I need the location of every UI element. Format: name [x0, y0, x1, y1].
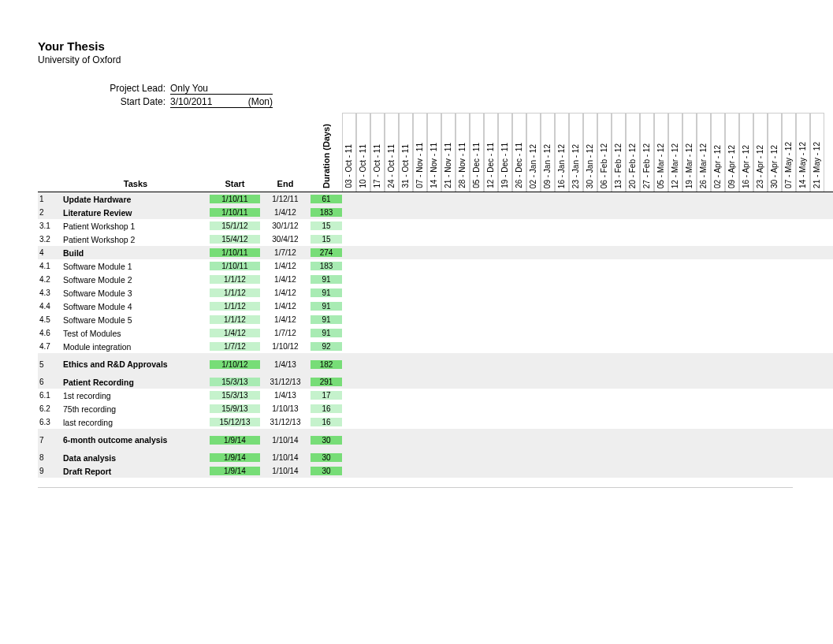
row-number: 3.1: [38, 221, 61, 230]
duration: 30: [311, 436, 342, 445]
date-column: 21 - May - 12: [810, 113, 824, 192]
task-name: Build: [61, 248, 210, 258]
task-row: 4.7Module integration1/7/121/10/1292: [38, 340, 833, 353]
end-date: 1/7/12: [260, 248, 311, 257]
date-column: 12 - Dec - 11: [484, 113, 498, 192]
task-row: 4.5Software Module 51/1/121/4/1291: [38, 313, 833, 326]
end-date: 1/4/12: [260, 208, 311, 217]
lead-label: Project Lead:: [38, 83, 170, 95]
date-column: 16 - Apr - 12: [739, 113, 753, 192]
start-date: 15/3/13: [210, 391, 260, 400]
row-number: 4.4: [38, 302, 61, 311]
start-date: 15/9/13: [210, 404, 260, 413]
start-date: 1/10/11: [210, 262, 260, 270]
footer-rule: [38, 487, 793, 488]
duration: 91: [311, 275, 342, 284]
start-date: 1/7/12: [210, 342, 260, 351]
duration: 183: [311, 262, 342, 270]
lead-value[interactable]: Only You: [170, 83, 273, 95]
duration: 91: [311, 288, 342, 297]
task-row: 5Ethics and R&D Approvals1/10/121/4/1318…: [38, 353, 833, 375]
end-date: 1/12/11: [260, 195, 311, 203]
duration: 61: [311, 195, 342, 203]
task-name: Ethics and R&D Approvals: [61, 359, 210, 369]
date-column: 14 - May - 12: [796, 113, 810, 192]
task-name: Software Module 2: [61, 275, 210, 285]
gantt-sheet: Tasks Start End Duration (Days) 03 - Oct…: [38, 113, 833, 488]
task-row: 4.1Software Module 11/10/111/4/12183: [38, 259, 833, 273]
task-name: 6-month outcome analysis: [61, 435, 210, 445]
end-date: 1/10/12: [260, 342, 311, 351]
date-column: 27 - Feb - 12: [640, 113, 654, 192]
task-row: 4.4Software Module 41/1/121/4/1291: [38, 300, 833, 313]
task-row: 8Data analysis1/9/141/10/1430: [38, 451, 833, 464]
row-number: 4.6: [38, 329, 61, 337]
row-number: 4: [38, 248, 61, 257]
date-column: 30 - Apr - 12: [768, 113, 782, 192]
row-number: 4.7: [38, 342, 61, 351]
task-name: Software Module 5: [61, 315, 210, 325]
date-column: 02 - Jan - 12: [526, 113, 541, 192]
date-column: 05 - Mar - 12: [654, 113, 668, 192]
row-number: 7: [38, 436, 61, 445]
task-row: 4.6Test of Modules1/4/121/7/1291: [38, 326, 833, 340]
date-column: 20 - Feb - 12: [626, 113, 640, 192]
row-number: 3.2: [38, 235, 61, 244]
task-row: 4Build1/10/111/7/12274: [38, 246, 833, 259]
row-number: 2: [38, 208, 61, 217]
start-date: 15/1/12: [210, 221, 260, 230]
end-date: 1/4/12: [260, 262, 311, 270]
date-column: 16 - Jan - 12: [555, 113, 569, 192]
task-row: 2Literature Review1/10/111/4/12183: [38, 206, 833, 219]
date-column: 23 - Apr - 12: [753, 113, 768, 192]
end-date: 1/10/13: [260, 404, 311, 413]
task-name: Software Module 1: [61, 262, 210, 271]
date-column: 07 - May - 12: [782, 113, 796, 192]
date-column: 09 - Apr - 12: [725, 113, 739, 192]
row-number: 6: [38, 378, 61, 386]
start-date: 1/10/11: [210, 248, 260, 257]
date-column: 31 - Oct - 11: [399, 113, 413, 192]
date-column: 19 - Mar - 12: [682, 113, 697, 192]
date-column: 02 - Apr - 12: [711, 113, 725, 192]
start-date: 1/9/14: [210, 467, 260, 475]
date-column: 09 - Jan - 12: [541, 113, 555, 192]
task-name: 75th recording: [61, 404, 210, 414]
duration: 17: [311, 391, 342, 400]
start-date-value[interactable]: 3/10/2011(Mon): [170, 96, 273, 108]
end-date: 31/12/13: [260, 418, 311, 426]
end-date: 1/7/12: [260, 329, 311, 337]
date-column: 14 - Nov - 11: [427, 113, 441, 192]
duration: 274: [311, 248, 342, 257]
task-row: 4.3Software Module 31/1/121/4/1291: [38, 286, 833, 300]
end-date: 1/4/12: [260, 315, 311, 324]
task-name: Patient Workshop 1: [61, 221, 210, 231]
row-number: 9: [38, 467, 61, 475]
date-column: 23 - Jan - 12: [569, 113, 583, 192]
tasks-header: Tasks: [61, 179, 210, 192]
end-date: 1/10/14: [260, 467, 311, 475]
task-name: 1st recording: [61, 391, 210, 400]
duration: 291: [311, 378, 342, 386]
task-row: 6.11st recording15/3/131/4/1317: [38, 389, 833, 402]
row-number: 5: [38, 360, 61, 369]
end-date: 1/4/12: [260, 288, 311, 297]
date-column: 30 - Jan - 12: [583, 113, 597, 192]
task-name: last recording: [61, 418, 210, 427]
start-date: 15/12/13: [210, 418, 260, 426]
end-date: 1/4/13: [260, 391, 311, 400]
project-title: Your Thesis: [38, 39, 833, 53]
end-date: 1/10/14: [260, 453, 311, 462]
start-date: 1/10/11: [210, 195, 260, 203]
start-date: 1/4/12: [210, 329, 260, 337]
start-date-label: Start Date:: [38, 96, 170, 108]
end-date: 30/1/12: [260, 221, 311, 230]
duration: 30: [311, 467, 342, 475]
start-date: 1/9/14: [210, 436, 260, 445]
end-date: 1/4/13: [260, 360, 311, 369]
duration: 183: [311, 208, 342, 217]
end-date: 1/4/12: [260, 275, 311, 284]
date-column: 06 - Feb - 12: [597, 113, 612, 192]
start-date: 1/1/12: [210, 302, 260, 311]
start-header: Start: [210, 179, 260, 192]
